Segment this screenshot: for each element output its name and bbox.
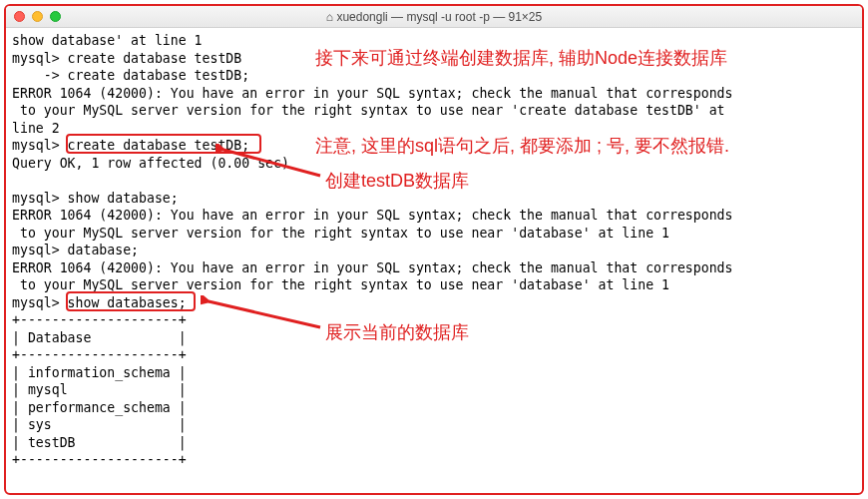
window-controls — [14, 11, 61, 22]
window-title: ⌂ xuedongli — mysql -u root -p — 91×25 — [6, 10, 862, 24]
zoom-icon[interactable] — [50, 11, 61, 22]
terminal-window: ⌂ xuedongli — mysql -u root -p — 91×25 s… — [4, 4, 864, 495]
minimize-icon[interactable] — [32, 11, 43, 22]
titlebar[interactable]: ⌂ xuedongli — mysql -u root -p — 91×25 — [6, 6, 862, 28]
title-text: xuedongli — mysql -u root -p — 91×25 — [336, 10, 542, 24]
terminal-content[interactable]: show database' at line 1 mysql> create d… — [6, 28, 862, 475]
close-icon[interactable] — [14, 11, 25, 22]
home-icon: ⌂ — [326, 10, 333, 24]
